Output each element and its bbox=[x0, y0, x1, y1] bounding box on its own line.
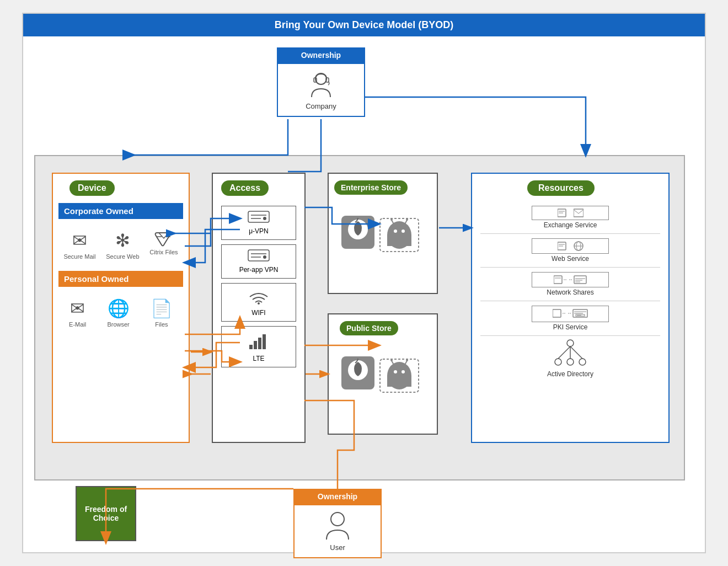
svg-point-65 bbox=[555, 359, 561, 365]
personal-icons-row: ✉ E-Mail 🌐 Browser 📄 Files bbox=[53, 290, 189, 336]
pki-service-item: PKI Service bbox=[472, 306, 668, 331]
pki-service-label: PKI Service bbox=[553, 323, 588, 331]
divider-1 bbox=[480, 233, 660, 234]
access-label: Access bbox=[221, 180, 269, 196]
svg-line-34 bbox=[392, 361, 394, 365]
svg-point-37 bbox=[406, 359, 408, 361]
svg-line-68 bbox=[558, 346, 570, 359]
network-shares-label: Network Shares bbox=[547, 289, 593, 296]
ownership-user-body: User bbox=[293, 504, 382, 558]
divider-2 bbox=[480, 267, 660, 268]
exchange-service-icon-box bbox=[532, 206, 609, 220]
svg-rect-52 bbox=[574, 276, 586, 284]
svg-line-35 bbox=[405, 361, 407, 365]
svg-point-10 bbox=[263, 255, 266, 259]
personal-owned-box: Personal Owned bbox=[58, 271, 183, 287]
web-service-label: Web Service bbox=[552, 255, 589, 263]
micro-vpn-svg bbox=[248, 211, 270, 223]
device-label: Device bbox=[69, 180, 115, 196]
browser-icon: 🌐 bbox=[108, 298, 130, 319]
per-app-vpn-label: Per-app VPN bbox=[224, 266, 293, 274]
secure-web-icon: ✻ bbox=[115, 230, 130, 251]
lte-label: LTE bbox=[224, 355, 293, 362]
active-directory-item: Active Directory bbox=[472, 339, 668, 378]
svg-point-26 bbox=[406, 218, 408, 221]
active-directory-label: Active Directory bbox=[547, 370, 593, 378]
ownership-user-box: Ownership User bbox=[293, 489, 382, 558]
resources-box: Resources Exchange Service bbox=[471, 173, 670, 443]
secure-web-item: ✻ Secure Web bbox=[106, 230, 139, 260]
citrix-files-label: Citrix Files bbox=[149, 249, 178, 255]
title-bar: Bring Your Own Device Model (BYOD) bbox=[23, 14, 705, 36]
svg-rect-14 bbox=[258, 338, 261, 349]
divider-3 bbox=[480, 301, 660, 301]
ownership-user-label: User bbox=[330, 543, 345, 552]
wifi-label: WIFI bbox=[224, 309, 293, 317]
web-service-item: Web Service bbox=[472, 238, 668, 263]
large-container: Device Corporate Owned ✉ Secure Mail ✻ S… bbox=[34, 155, 685, 480]
web-doc-icon bbox=[558, 242, 571, 250]
svg-point-25 bbox=[390, 218, 393, 221]
resources-label: Resources bbox=[527, 180, 595, 196]
enterprise-store-box: Enterprise Store bbox=[328, 173, 438, 294]
svg-rect-15 bbox=[263, 334, 266, 349]
svg-point-11 bbox=[258, 302, 260, 305]
exchange-service-item: Exchange Service bbox=[472, 206, 668, 229]
user-person-icon bbox=[324, 511, 351, 541]
freedom-of-choice-box: Freedom of Choice bbox=[76, 486, 136, 541]
svg-point-66 bbox=[579, 359, 586, 365]
micro-vpn-icon bbox=[224, 211, 293, 226]
corporate-owned-box: Corporate Owned bbox=[58, 203, 183, 219]
svg-rect-13 bbox=[254, 341, 257, 349]
enterprise-store-label: Enterprise Store bbox=[334, 180, 408, 195]
svg-point-32 bbox=[394, 370, 397, 373]
company-person-icon bbox=[306, 70, 336, 100]
svg-rect-41 bbox=[574, 209, 584, 217]
public-store-label: Public Store bbox=[340, 321, 398, 335]
email-item: ✉ E-Mail bbox=[69, 298, 86, 328]
pki-icon bbox=[553, 308, 588, 319]
svg-rect-7 bbox=[248, 250, 269, 261]
svg-point-33 bbox=[402, 370, 405, 373]
svg-point-36 bbox=[390, 359, 393, 361]
web-globe-icon bbox=[574, 241, 584, 251]
network-shares-icon bbox=[554, 275, 587, 285]
per-app-vpn-svg bbox=[248, 249, 270, 261]
network-shares-item: Network Shares bbox=[472, 272, 668, 296]
public-store-visual bbox=[329, 340, 437, 417]
per-app-vpn-icon bbox=[224, 249, 293, 264]
browser-label: Browser bbox=[107, 321, 129, 328]
main-area: Ownership Company Device bbox=[23, 36, 705, 552]
network-shares-icon-box bbox=[532, 272, 609, 287]
svg-point-67 bbox=[567, 359, 574, 365]
svg-rect-2 bbox=[326, 78, 329, 82]
pki-service-icon-box bbox=[532, 306, 609, 322]
svg-rect-20 bbox=[387, 235, 411, 246]
ownership-company-header: Ownership bbox=[277, 47, 365, 63]
device-box: Device Corporate Owned ✉ Secure Mail ✻ S… bbox=[52, 173, 190, 443]
secure-mail-icon: ✉ bbox=[72, 230, 87, 251]
access-box: Access μ-VPN bbox=[212, 173, 306, 443]
svg-line-70 bbox=[570, 346, 582, 359]
active-directory-icon bbox=[554, 339, 587, 369]
citrix-files-item: Citrix Files bbox=[149, 230, 178, 260]
per-app-vpn-item: Per-app VPN bbox=[221, 244, 296, 279]
svg-point-6 bbox=[263, 217, 266, 220]
freedom-choice-label: Freedom of Choice bbox=[81, 505, 131, 522]
wifi-svg bbox=[248, 288, 270, 305]
enterprise-store-visual bbox=[329, 199, 437, 276]
web-service-icon-box bbox=[532, 238, 609, 254]
svg-line-23 bbox=[392, 220, 394, 224]
micro-vpn-label: μ-VPN bbox=[224, 227, 293, 235]
lte-svg bbox=[248, 331, 270, 350]
files-label: Files bbox=[155, 321, 168, 328]
diagram-wrapper: Bring Your Own Device Model (BYOD) Owner… bbox=[22, 13, 706, 553]
exchange-mail-icon bbox=[574, 209, 584, 217]
svg-point-21 bbox=[394, 229, 397, 233]
citrix-files-icon bbox=[154, 230, 173, 249]
ownership-user-header: Ownership bbox=[293, 489, 382, 504]
svg-rect-48 bbox=[554, 276, 562, 284]
email-label: E-Mail bbox=[69, 321, 86, 328]
secure-mail-label: Secure Mail bbox=[63, 253, 95, 260]
enterprise-store-svg bbox=[339, 205, 427, 271]
